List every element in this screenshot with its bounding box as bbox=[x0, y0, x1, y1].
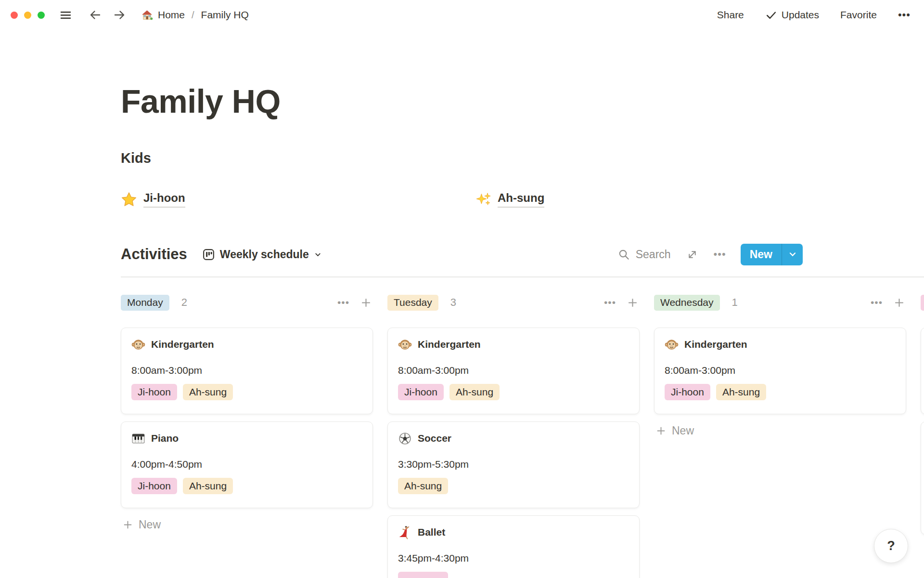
search-label: Search bbox=[636, 248, 671, 261]
breadcrumb-current-page[interactable]: Family HQ bbox=[199, 8, 251, 22]
tag-chip: Ah-sung bbox=[398, 478, 448, 494]
board-card-kindergarten[interactable]: Kindergarten 8:00am-3:00pm Ji-hoon Ah-su… bbox=[387, 328, 640, 414]
back-button[interactable] bbox=[87, 6, 104, 24]
column-tag-partial bbox=[921, 295, 924, 311]
collection-header: Activities Weekly schedule Search bbox=[121, 243, 803, 266]
board-card-kindergarten[interactable]: Kindergarten 8:00am-3:00pm Ji-hoon Ah-su… bbox=[121, 328, 373, 414]
close-window-button[interactable] bbox=[11, 12, 18, 19]
sidebar-menu-button[interactable] bbox=[57, 7, 74, 24]
column-count: 2 bbox=[181, 296, 187, 309]
column-more-button[interactable]: ••• bbox=[603, 296, 617, 309]
column-add-card-button[interactable] bbox=[892, 296, 906, 310]
tag-chip: Ji-hoon bbox=[398, 384, 444, 400]
column-add-card-button[interactable] bbox=[626, 296, 640, 310]
column-header: Monday 2 ••• bbox=[121, 292, 373, 313]
chevron-down-icon bbox=[313, 250, 322, 259]
board-card-kindergarten[interactable]: Kindergarten 8:00am-3:00pm Ji-hoon Ah-su… bbox=[654, 328, 906, 414]
search-icon bbox=[617, 248, 630, 261]
board-card-soccer[interactable]: Soccer 3:30pm-5:30pm Ah-sung bbox=[387, 421, 640, 508]
collection-title: Activities bbox=[121, 246, 187, 263]
board-card-ballet[interactable]: Ballet 3:45pm-4:30pm bbox=[387, 515, 640, 578]
view-name: Weekly schedule bbox=[220, 248, 309, 261]
tag-chip: Ji-hoon bbox=[131, 384, 177, 400]
kids-links-row: Ji-hoon Ah-sung bbox=[121, 188, 924, 211]
column-add-card-button[interactable] bbox=[359, 296, 373, 310]
tag-chip: Ah-sung bbox=[449, 384, 500, 400]
share-button[interactable]: Share bbox=[716, 8, 745, 22]
card-title: Soccer bbox=[418, 433, 451, 444]
sparkles-icon bbox=[476, 192, 491, 207]
ellipsis-icon: ••• bbox=[604, 297, 616, 308]
help-button[interactable]: ? bbox=[874, 529, 908, 563]
forward-button[interactable] bbox=[111, 6, 128, 24]
page-more-button[interactable]: ••• bbox=[897, 8, 911, 22]
breadcrumb-separator: / bbox=[192, 10, 194, 21]
board-card[interactable] bbox=[921, 421, 924, 535]
arrow-left-icon bbox=[89, 8, 102, 22]
star-icon bbox=[121, 191, 137, 208]
card-title: Ballet bbox=[418, 526, 445, 538]
check-icon bbox=[765, 9, 777, 21]
updates-button[interactable]: Updates bbox=[764, 8, 820, 22]
plus-icon bbox=[893, 297, 905, 309]
breadcrumb: Home / Family HQ bbox=[139, 8, 251, 23]
page-title: Family HQ bbox=[121, 80, 924, 122]
card-time: 3:45pm-4:30pm bbox=[398, 552, 629, 564]
chevron-down-icon bbox=[788, 250, 797, 259]
monkey-face-icon bbox=[398, 338, 412, 352]
tag-chip: Ah-sung bbox=[183, 478, 233, 494]
card-time: 4:00pm-4:50pm bbox=[131, 459, 362, 470]
column-more-button[interactable]: ••• bbox=[870, 296, 884, 309]
page-link-ah-sung[interactable]: Ah-sung bbox=[476, 191, 544, 208]
view-divider bbox=[121, 276, 924, 277]
page-link-ji-hoon[interactable]: Ji-hoon bbox=[121, 191, 185, 208]
favorite-button[interactable]: Favorite bbox=[839, 8, 878, 22]
column-more-button[interactable]: ••• bbox=[336, 296, 350, 309]
tag-chip: Ji-hoon bbox=[131, 478, 177, 494]
card-time: 3:30pm-5:30pm bbox=[398, 459, 629, 470]
tag-chip: Ji-hoon bbox=[665, 384, 710, 400]
ellipsis-icon: ••• bbox=[337, 297, 349, 308]
column-tag-monday: Monday bbox=[121, 295, 169, 311]
ellipsis-icon: ••• bbox=[871, 297, 883, 308]
card-title: Kindergarten bbox=[684, 339, 747, 350]
column-count: 3 bbox=[450, 296, 456, 309]
monkey-face-icon bbox=[131, 338, 145, 352]
traffic-lights bbox=[11, 12, 45, 19]
board-column-wednesday: Wednesday 1 ••• bbox=[654, 292, 906, 578]
zoom-window-button[interactable] bbox=[38, 12, 45, 19]
column-new-button[interactable]: New bbox=[654, 421, 695, 440]
page-link-label: Ji-hoon bbox=[143, 191, 185, 208]
board-card[interactable] bbox=[921, 328, 924, 414]
column-tag-tuesday: Tuesday bbox=[387, 295, 438, 311]
new-button-dropdown[interactable] bbox=[782, 244, 803, 265]
expand-view-button[interactable] bbox=[685, 248, 699, 262]
new-button[interactable]: New bbox=[741, 244, 782, 265]
card-time: 8:00am-3:00pm bbox=[398, 365, 629, 376]
share-label: Share bbox=[717, 9, 744, 21]
weekly-schedule-board: Monday 2 ••• bbox=[0, 292, 924, 578]
board-view-icon bbox=[202, 248, 216, 262]
piano-icon bbox=[131, 432, 145, 446]
card-title: Kindergarten bbox=[151, 339, 214, 350]
more-icon: ••• bbox=[898, 9, 911, 21]
column-tag-wednesday: Wednesday bbox=[654, 295, 720, 311]
tag-chip: Ah-sung bbox=[716, 384, 766, 400]
column-header bbox=[921, 292, 924, 313]
breadcrumb-home[interactable]: Home bbox=[139, 8, 187, 23]
minimize-window-button[interactable] bbox=[24, 12, 31, 19]
window-topbar: Home / Family HQ Share Updates Favorite … bbox=[0, 0, 924, 30]
kids-heading: Kids bbox=[121, 149, 924, 167]
view-options-button[interactable]: ••• bbox=[713, 247, 727, 262]
new-label: New bbox=[139, 518, 161, 531]
new-label: New bbox=[672, 424, 694, 437]
arrow-right-icon bbox=[113, 8, 126, 22]
plus-icon bbox=[360, 297, 372, 309]
view-switcher-button[interactable]: Weekly schedule bbox=[199, 246, 325, 263]
board-card-piano[interactable]: Piano 4:00pm-4:50pm Ji-hoon Ah-sung bbox=[121, 421, 373, 508]
house-with-garden-icon bbox=[141, 9, 154, 22]
plus-icon bbox=[627, 297, 639, 309]
dancer-icon bbox=[398, 525, 412, 539]
search-button[interactable]: Search bbox=[616, 247, 672, 262]
column-new-button[interactable]: New bbox=[121, 515, 162, 534]
